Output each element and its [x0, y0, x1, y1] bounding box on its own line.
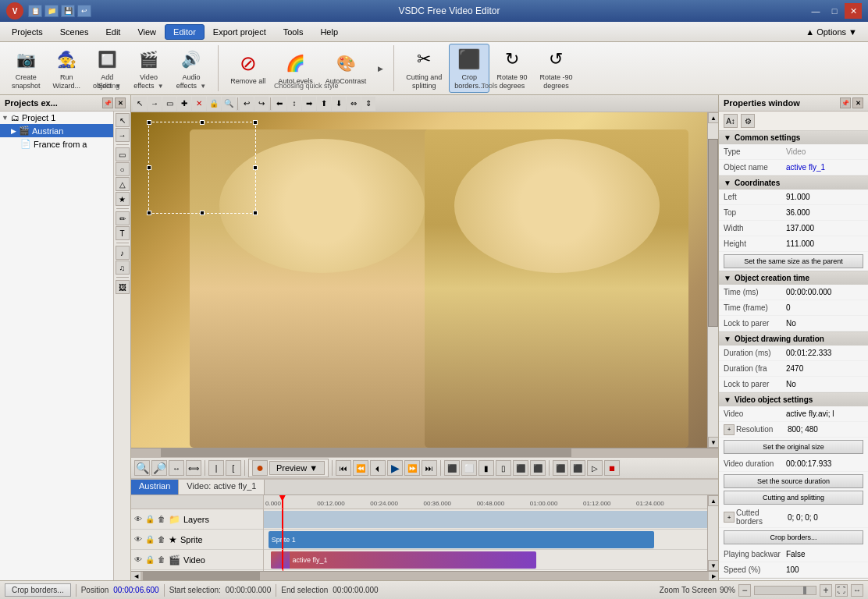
status-crop-btn[interactable]: Crop borders...: [5, 583, 71, 597]
same-size-btn[interactable]: Set the same size as the parent: [724, 254, 863, 268]
tl-cursor[interactable]: |: [208, 460, 224, 476]
handle-tl[interactable]: [147, 120, 151, 125]
video-eye-btn[interactable]: 👁: [134, 555, 142, 564]
tl-scroll-up[interactable]: ▲: [708, 495, 718, 506]
tl-expand[interactable]: ⟺: [186, 460, 201, 476]
set-source-duration-btn[interactable]: Set the source duration: [724, 474, 863, 488]
vtb-delete[interactable]: ✕: [192, 97, 206, 111]
prop-pin-btn[interactable]: 📌: [840, 97, 851, 108]
layers-del-btn[interactable]: 🗑: [158, 515, 165, 523]
prop-close-btn[interactable]: ✕: [852, 97, 863, 108]
palette-star[interactable]: ★: [116, 192, 130, 206]
vtb-align-center[interactable]: ↕: [287, 97, 301, 111]
sort-az-btn[interactable]: A↕: [724, 114, 738, 128]
sprite-lock-btn[interactable]: 🔒: [145, 535, 155, 544]
vtb-crosshair[interactable]: ✚: [177, 97, 191, 111]
add-object-button[interactable]: 🔲 Addobject ▼: [87, 44, 126, 94]
handle-ml[interactable]: [147, 165, 151, 170]
section-video-header[interactable]: ▼ Video object settings: [719, 393, 868, 406]
tl-goto-start[interactable]: ⏮: [336, 460, 351, 476]
palette-pen[interactable]: ✏: [116, 211, 130, 225]
section-duration-header[interactable]: ▼ Object drawing duration: [719, 332, 868, 346]
menu-tools[interactable]: Tools: [275, 24, 312, 40]
palette-audio[interactable]: ♪: [116, 246, 130, 260]
tl-mark3[interactable]: ▮: [478, 460, 494, 476]
palette-triangle[interactable]: △: [116, 177, 130, 191]
video-hscroll-thumb[interactable]: [161, 448, 571, 457]
tl-mark6[interactable]: ⬛: [530, 460, 546, 476]
handle-tr[interactable]: [253, 120, 258, 125]
palette-music[interactable]: ♫: [116, 261, 130, 275]
palette-rect[interactable]: ▭: [116, 147, 130, 161]
menu-scenes[interactable]: Scenes: [52, 24, 98, 40]
tl-goto-end[interactable]: ⏭: [422, 460, 437, 476]
tl-mark4[interactable]: ▯: [496, 460, 511, 476]
tl-step-back[interactable]: ⏴: [370, 460, 386, 476]
zoom-100-btn[interactable]: ↔: [851, 584, 863, 597]
tab-video-active[interactable]: Video: active fly_1: [179, 480, 265, 494]
tl-hscroll-thumb[interactable]: [143, 572, 260, 580]
zoom-slider[interactable]: [754, 586, 816, 595]
resolution-expand-btn[interactable]: +: [724, 424, 735, 435]
palette-text[interactable]: T: [116, 226, 130, 240]
handle-tm[interactable]: [200, 120, 205, 125]
crop-borders-prop-btn[interactable]: Crop borders...: [724, 530, 863, 544]
palette-image[interactable]: 🖼: [116, 280, 130, 294]
palette-select[interactable]: ↖: [116, 113, 130, 127]
sprite-eye-btn[interactable]: 👁: [134, 535, 142, 544]
palette-circle[interactable]: ○: [116, 162, 130, 176]
handle-bm[interactable]: [200, 211, 205, 215]
tl-zoom-out[interactable]: 🔍: [134, 460, 150, 476]
menu-edit[interactable]: Edit: [97, 24, 129, 40]
vtb-align-left[interactable]: ⬅: [272, 97, 286, 111]
quick-icon-1[interactable]: 📋: [28, 5, 42, 17]
quick-icon-4[interactable]: ↩: [77, 5, 91, 17]
sprite-clip[interactable]: Sprite 1: [269, 531, 654, 548]
panel-close-button[interactable]: ✕: [115, 97, 126, 108]
video-del-btn[interactable]: 🗑: [158, 555, 165, 564]
vtb-distribute-v[interactable]: ⇕: [361, 97, 375, 111]
maximize-button[interactable]: □: [826, 3, 843, 19]
tl-extra3[interactable]: ▷: [587, 460, 603, 476]
video-lock-btn[interactable]: 🔒: [145, 555, 155, 564]
handle-bl[interactable]: [147, 211, 151, 215]
vtb-select[interactable]: ↖: [133, 97, 147, 111]
vtb-distribute-h[interactable]: ⇔: [347, 97, 361, 111]
cutting-splitting-prop-btn[interactable]: Cutting and splitting: [724, 491, 863, 505]
menu-projects[interactable]: Projects: [3, 24, 52, 40]
vtb-undo[interactable]: ↩: [240, 97, 254, 111]
handle-br[interactable]: [253, 211, 258, 215]
tl-scroll-down[interactable]: ▼: [708, 560, 718, 571]
tl-zoom-in[interactable]: 🔎: [151, 460, 167, 476]
tl-step-fwd[interactable]: ⏩: [404, 460, 420, 476]
tl-hscroll-right[interactable]: ▶: [709, 572, 718, 581]
vtb-redo[interactable]: ↪: [254, 97, 269, 111]
menu-editor[interactable]: Editor: [165, 24, 205, 40]
tl-extra2[interactable]: ⬛: [570, 460, 585, 476]
expand-style-button[interactable]: ▶: [373, 64, 387, 73]
menu-export[interactable]: Export project: [205, 24, 275, 40]
preview-button[interactable]: Preview ▼: [269, 461, 325, 475]
tree-item-project1[interactable]: ▼ 🗂 Project 1: [0, 112, 113, 124]
section-coordinates-header[interactable]: ▼ Coordinates: [719, 176, 868, 190]
tl-mark1[interactable]: ⬛: [444, 460, 460, 476]
vscroll-down[interactable]: ▼: [708, 437, 718, 448]
quick-icon-2[interactable]: 📁: [44, 5, 59, 17]
panel-pin-button[interactable]: 📌: [102, 97, 113, 108]
minimize-button[interactable]: —: [807, 3, 824, 19]
vtb-arrow[interactable]: →: [148, 97, 162, 111]
vtb-lock[interactable]: 🔒: [207, 97, 221, 111]
section-common-header[interactable]: ▼ Common settings: [719, 131, 868, 144]
layers-lock-btn[interactable]: 🔒: [145, 515, 155, 523]
selection-box[interactable]: [148, 122, 256, 214]
tl-mark2[interactable]: ⬜: [461, 460, 477, 476]
tl-stop[interactable]: ⏹: [604, 460, 620, 476]
palette-arrow[interactable]: →: [116, 128, 130, 142]
tl-mark5[interactable]: ⬛: [513, 460, 528, 476]
vscroll-thumb[interactable]: [708, 139, 718, 327]
vtb-align-top[interactable]: ⬆: [317, 97, 331, 111]
sort-group-btn[interactable]: ⚙: [741, 114, 755, 128]
handle-mr[interactable]: [253, 165, 258, 170]
zoom-fit-btn[interactable]: ⛶: [835, 584, 848, 597]
tab-austrian[interactable]: Austrian: [131, 480, 179, 494]
